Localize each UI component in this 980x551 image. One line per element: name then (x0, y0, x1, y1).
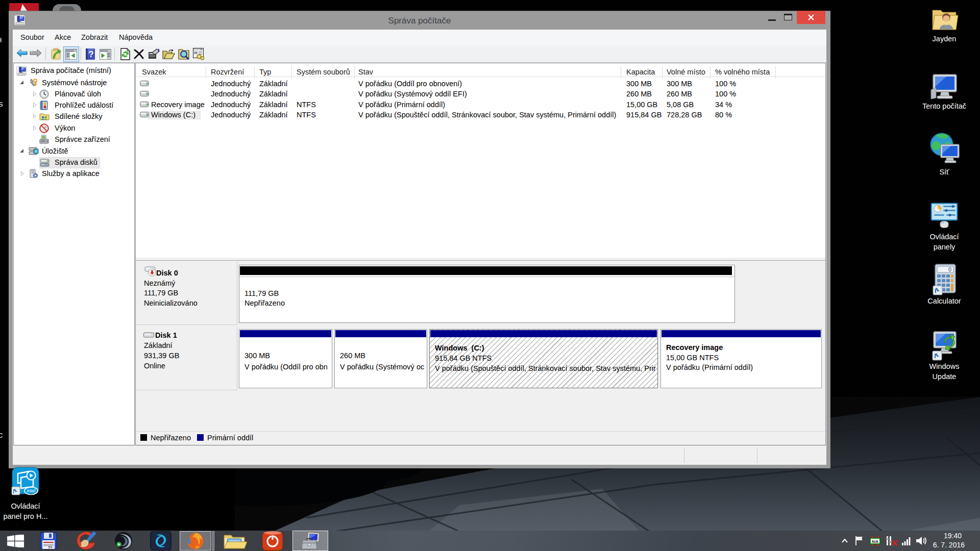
svg-text:0: 0 (948, 266, 951, 272)
svg-text:64-: 64- (48, 545, 53, 549)
svg-text:N/A: N/A (872, 539, 879, 544)
svg-text:intel: intel (27, 488, 36, 493)
svg-text:?: ? (88, 49, 93, 59)
